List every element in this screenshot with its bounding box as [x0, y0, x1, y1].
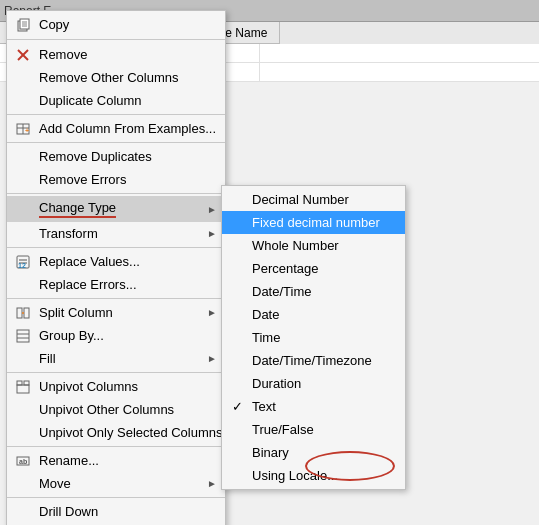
- svg-rect-23: [24, 381, 29, 385]
- submenu-label-text: Text: [252, 399, 276, 414]
- rename-svg-icon: ab: [16, 454, 30, 468]
- menu-label-split: Split Column: [39, 305, 113, 320]
- menu-item-unpivot-selected[interactable]: Unpivot Only Selected Columns: [7, 421, 225, 447]
- menu-label-unpivot-sel: Unpivot Only Selected Columns: [39, 425, 223, 440]
- replace-values-icon: 12: [11, 255, 35, 269]
- submenu-item-date[interactable]: Date: [222, 303, 405, 326]
- copy-icon-area: [11, 18, 35, 32]
- menu-label-drill-down: Drill Down: [39, 504, 98, 519]
- menu-label-fill: Fill: [39, 351, 56, 366]
- submenu-item-text[interactable]: ✓ Text: [222, 395, 405, 418]
- svg-rect-16: [24, 308, 29, 318]
- menu-item-remove-duplicates[interactable]: Remove Duplicates: [7, 145, 225, 168]
- menu-item-unpivot-cols[interactable]: Unpivot Columns: [7, 375, 225, 398]
- svg-text:ab: ab: [19, 458, 27, 465]
- submenu-item-binary[interactable]: Binary: [222, 441, 405, 464]
- menu-label-remove-other: Remove Other Columns: [39, 70, 178, 85]
- submenu-label-binary: Binary: [252, 445, 289, 460]
- menu-item-replace-errors[interactable]: Replace Errors...: [7, 273, 225, 299]
- menu-item-group-by[interactable]: Group By...: [7, 324, 225, 347]
- menu-item-split-col[interactable]: Split Column ►: [7, 301, 225, 324]
- submenu-item-percentage[interactable]: Percentage: [222, 257, 405, 280]
- remove-x-icon: [16, 48, 30, 62]
- copy-icon: [16, 18, 30, 32]
- transform-arrow: ►: [207, 228, 217, 239]
- menu-item-fill[interactable]: Fill ►: [7, 347, 225, 373]
- submenu-item-duration[interactable]: Duration: [222, 372, 405, 395]
- submenu-label-date: Date: [252, 307, 279, 322]
- submenu-label-fixed: Fixed decimal number: [252, 215, 380, 230]
- move-arrow: ►: [207, 478, 217, 489]
- svg-rect-15: [17, 308, 22, 318]
- submenu-item-datetimezone[interactable]: Date/Time/Timezone: [222, 349, 405, 372]
- split-col-icon: [11, 306, 35, 320]
- menu-item-copy[interactable]: Copy: [7, 13, 225, 36]
- menu-item-replace-values[interactable]: 12 Replace Values...: [7, 250, 225, 273]
- menu-label-unpivot-other: Unpivot Other Columns: [39, 402, 174, 417]
- menu-label-transform: Transform: [39, 226, 98, 241]
- table-add-icon: +: [16, 122, 30, 136]
- group-icon: [16, 329, 30, 343]
- submenu-label-time: Time: [252, 330, 280, 345]
- menu-label-rename: Rename...: [39, 453, 99, 468]
- submenu-item-time[interactable]: Time: [222, 326, 405, 349]
- check-text: ✓: [228, 399, 246, 414]
- submenu-change-type: Decimal Number Fixed decimal number Whol…: [221, 185, 406, 490]
- menu-label-copy: Copy: [39, 17, 69, 32]
- context-menu: Copy Remove Remove Other Columns Duplica…: [6, 10, 226, 525]
- unpivot-svg-icon: [16, 380, 30, 394]
- menu-label-move: Move: [39, 476, 71, 491]
- menu-label-remove: Remove: [39, 47, 87, 62]
- menu-label-unpivot: Unpivot Columns: [39, 379, 138, 394]
- change-type-arrow: ►: [207, 204, 217, 215]
- split-arrow: ►: [207, 307, 217, 318]
- menu-item-remove-other-cols[interactable]: Remove Other Columns: [7, 66, 225, 89]
- menu-label-duplicate: Duplicate Column: [39, 93, 142, 108]
- submenu-label-dt: Date/Time: [252, 284, 311, 299]
- menu-item-duplicate-col[interactable]: Duplicate Column: [7, 89, 225, 115]
- remove-icon: [11, 48, 35, 62]
- submenu-label-tf: True/False: [252, 422, 314, 437]
- submenu-item-decimal[interactable]: Decimal Number: [222, 188, 405, 211]
- menu-item-change-type[interactable]: Change Type ►: [7, 196, 225, 222]
- menu-item-unpivot-other[interactable]: Unpivot Other Columns: [7, 398, 225, 421]
- menu-label-remove-err: Remove Errors: [39, 172, 126, 187]
- menu-label-replace-val: Replace Values...: [39, 254, 140, 269]
- divider-1: [7, 39, 225, 40]
- submenu-item-true-false[interactable]: True/False: [222, 418, 405, 441]
- submenu-label-locale: Using Locale...: [252, 468, 338, 483]
- menu-item-add-col-examples[interactable]: + Add Column From Examples...: [7, 117, 225, 143]
- submenu-label-whole: Whole Number: [252, 238, 339, 253]
- menu-item-drill-down[interactable]: Drill Down: [7, 500, 225, 523]
- menu-item-transform[interactable]: Transform ►: [7, 222, 225, 248]
- rename-icon: ab: [11, 454, 35, 468]
- replace-icon: 12: [16, 255, 30, 269]
- submenu-item-datetime[interactable]: Date/Time: [222, 280, 405, 303]
- menu-label-add-col: Add Column From Examples...: [39, 121, 216, 136]
- submenu-label-dur: Duration: [252, 376, 301, 391]
- fill-arrow: ►: [207, 353, 217, 364]
- menu-label-remove-dup: Remove Duplicates: [39, 149, 152, 164]
- submenu-item-whole-number[interactable]: Whole Number: [222, 234, 405, 257]
- menu-item-rename[interactable]: ab Rename...: [7, 449, 225, 472]
- submenu-item-fixed-decimal[interactable]: Fixed decimal number: [222, 211, 405, 234]
- svg-text:+: +: [25, 127, 29, 134]
- submenu-label-dtz: Date/Time/Timezone: [252, 353, 372, 368]
- svg-rect-21: [17, 385, 29, 393]
- submenu-label-pct: Percentage: [252, 261, 319, 276]
- menu-item-remove[interactable]: Remove: [7, 43, 225, 66]
- menu-item-move[interactable]: Move ►: [7, 472, 225, 498]
- menu-label-replace-err: Replace Errors...: [39, 277, 137, 292]
- unpivot-icon: [11, 380, 35, 394]
- group-by-icon: [11, 329, 35, 343]
- add-col-icon: +: [11, 122, 35, 136]
- submenu-label-decimal: Decimal Number: [252, 192, 349, 207]
- menu-item-remove-errors[interactable]: Remove Errors: [7, 168, 225, 194]
- split-icon: [16, 306, 30, 320]
- svg-text:12: 12: [18, 262, 26, 269]
- submenu-item-using-locale[interactable]: Using Locale...: [222, 464, 405, 487]
- svg-rect-18: [17, 330, 29, 342]
- svg-rect-22: [17, 381, 22, 385]
- menu-label-change-type: Change Type: [39, 200, 116, 218]
- menu-label-group-by: Group By...: [39, 328, 104, 343]
